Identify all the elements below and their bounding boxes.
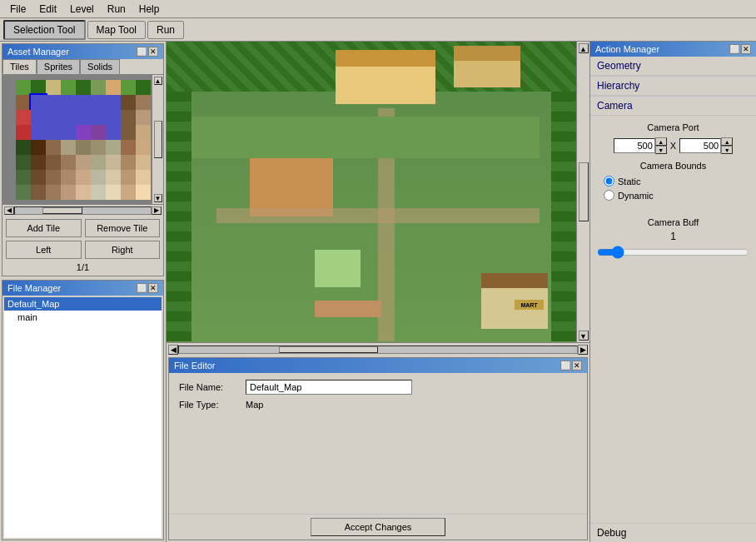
- tile-cell[interactable]: [121, 185, 136, 200]
- map-hscroll-right[interactable]: ▶: [578, 345, 588, 355]
- file-manager-close-button[interactable]: ✕: [148, 283, 158, 293]
- file-item-default-map[interactable]: Default_Map: [4, 297, 162, 311]
- tile-cell[interactable]: [46, 155, 61, 170]
- tile-cell[interactable]: [91, 185, 106, 200]
- camera-x-input[interactable]: [614, 138, 655, 153]
- tile-cell[interactable]: [61, 110, 76, 125]
- tile-cell[interactable]: [106, 80, 121, 95]
- scroll-thumb[interactable]: [154, 121, 162, 158]
- tile-cell[interactable]: [106, 95, 121, 110]
- asset-manager-restore-button[interactable]: ⬜: [137, 47, 147, 57]
- tile-cell[interactable]: [91, 125, 106, 140]
- tile-cell[interactable]: [16, 170, 31, 185]
- tile-cell[interactable]: [106, 140, 121, 155]
- tile-cell[interactable]: [91, 170, 106, 185]
- tab-solids[interactable]: Solids: [80, 59, 120, 74]
- camera-y-input[interactable]: [679, 138, 721, 153]
- tile-cell[interactable]: [46, 80, 61, 95]
- action-manager-restore-button[interactable]: ⬜: [729, 44, 739, 54]
- tile-cell[interactable]: [106, 110, 121, 125]
- tile-cell[interactable]: [136, 140, 151, 155]
- tile-cell[interactable]: [16, 125, 31, 140]
- tile-cell[interactable]: [31, 170, 46, 185]
- camera-x-up[interactable]: ▲: [655, 137, 667, 146]
- tile-cell[interactable]: [136, 110, 151, 125]
- tile-cell[interactable]: [31, 140, 46, 155]
- tile-cell[interactable]: [61, 80, 76, 95]
- dynamic-radio[interactable]: [604, 190, 614, 201]
- tile-cell[interactable]: [76, 125, 91, 140]
- tile-cell[interactable]: [91, 140, 106, 155]
- hscroll-thumb[interactable]: [42, 207, 83, 214]
- map-hscroll[interactable]: ◀ ▶: [167, 342, 589, 356]
- remove-tile-button[interactable]: Remove Tile: [85, 219, 161, 237]
- tile-cell[interactable]: [136, 80, 151, 95]
- hscroll-track[interactable]: [14, 206, 152, 215]
- tile-cell[interactable]: [31, 155, 46, 170]
- map-hscroll-track[interactable]: [178, 346, 578, 354]
- right-button[interactable]: Right: [85, 241, 161, 259]
- tile-cell[interactable]: [31, 80, 46, 95]
- tile-cell[interactable]: [91, 80, 106, 95]
- action-manager-close-button[interactable]: ✕: [741, 44, 751, 54]
- tile-cell[interactable]: [76, 80, 91, 95]
- tile-cell[interactable]: [106, 125, 121, 140]
- camera-section-header[interactable]: Camera: [590, 97, 756, 116]
- tile-cell[interactable]: [31, 95, 46, 110]
- tile-cell[interactable]: [16, 155, 31, 170]
- left-button[interactable]: Left: [6, 241, 82, 259]
- file-manager-restore-button[interactable]: ⬜: [137, 283, 147, 293]
- tile-cell[interactable]: [121, 80, 136, 95]
- tile-vscroll[interactable]: ▲ ▼: [152, 75, 163, 204]
- tile-cell[interactable]: [61, 170, 76, 185]
- tile-cell[interactable]: [136, 155, 151, 170]
- scroll-down-button[interactable]: ▼: [154, 194, 162, 202]
- menu-help[interactable]: Help: [132, 2, 167, 17]
- hierarchy-section[interactable]: Hierarchy: [590, 77, 756, 96]
- menu-edit[interactable]: Edit: [32, 2, 63, 17]
- file-editor-close-button[interactable]: ✕: [572, 361, 582, 370]
- tile-cell[interactable]: [46, 95, 61, 110]
- camera-buff-slider[interactable]: [597, 246, 749, 259]
- tile-cell[interactable]: [46, 125, 61, 140]
- tile-cell[interactable]: [61, 155, 76, 170]
- menu-file[interactable]: File: [3, 2, 32, 17]
- tile-cell[interactable]: [76, 140, 91, 155]
- tile-hscroll[interactable]: ◀ ▶: [2, 204, 163, 216]
- tile-cell[interactable]: [76, 185, 91, 200]
- tile-display-area[interactable]: ▲ ▼: [2, 75, 163, 204]
- tile-cell[interactable]: [136, 170, 151, 185]
- scroll-left-arrow[interactable]: ◀: [4, 206, 14, 215]
- run-button[interactable]: Run: [147, 21, 184, 39]
- accept-changes-button[interactable]: Accept Changes: [311, 518, 446, 536]
- tile-cell[interactable]: [91, 155, 106, 170]
- map-scroll-up[interactable]: ▲: [579, 43, 589, 53]
- tile-cell[interactable]: [76, 155, 91, 170]
- tile-cell[interactable]: [121, 155, 136, 170]
- file-name-input[interactable]: [246, 380, 412, 395]
- tile-cell[interactable]: [91, 110, 106, 125]
- tile-cell[interactable]: [61, 185, 76, 200]
- map-scroll-thumb-v[interactable]: [579, 162, 589, 221]
- tile-cell[interactable]: [121, 170, 136, 185]
- tile-cell[interactable]: [76, 95, 91, 110]
- tile-cell[interactable]: [76, 110, 91, 125]
- map-hscroll-left[interactable]: ◀: [168, 345, 178, 355]
- tab-sprites[interactable]: Sprites: [37, 59, 80, 74]
- add-tile-button[interactable]: Add Tile: [6, 219, 82, 237]
- selection-tool-button[interactable]: Selection Tool: [3, 20, 86, 40]
- tile-cell[interactable]: [106, 185, 121, 200]
- static-radio[interactable]: [604, 176, 614, 186]
- camera-x-down[interactable]: ▼: [655, 146, 667, 154]
- scroll-up-button[interactable]: ▲: [154, 77, 162, 85]
- tile-cell[interactable]: [16, 80, 31, 95]
- geometry-section[interactable]: Geometry: [590, 57, 756, 76]
- menu-run[interactable]: Run: [101, 2, 132, 17]
- map-area[interactable]: MART ▲ ▼: [167, 42, 589, 342]
- menu-level[interactable]: Level: [63, 2, 101, 17]
- map-hscroll-thumb[interactable]: [279, 346, 379, 353]
- file-item-main[interactable]: main: [4, 311, 162, 324]
- tab-tiles[interactable]: Tiles: [2, 59, 37, 74]
- tile-cell[interactable]: [106, 155, 121, 170]
- tile-cell[interactable]: [46, 170, 61, 185]
